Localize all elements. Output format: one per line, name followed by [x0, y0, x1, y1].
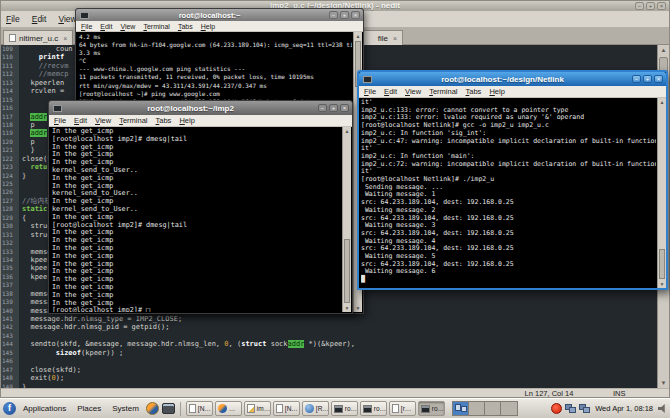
editor-icon: [247, 404, 255, 413]
workspace-3[interactable]: [485, 402, 501, 415]
minimize-icon[interactable]: −: [329, 11, 338, 19]
scroll-down-icon[interactable]: ▼: [658, 280, 666, 288]
code-line-141: 141 message.hdr.nlmsg_type = IMP2_CLOSE;: [1, 315, 657, 323]
menu-item-edit[interactable]: Edit: [74, 116, 87, 125]
volume-icon[interactable]: [658, 404, 667, 413]
menu-item-tabs[interactable]: Tabs: [156, 116, 172, 125]
scroll-up-icon[interactable]: ▲: [343, 127, 351, 135]
terminal-titlebar[interactable]: root@localhost:~ − + ×: [76, 9, 363, 21]
code-line-143: 143: [1, 332, 657, 340]
taskbar-window-button-3[interactable]: im…: [244, 401, 271, 416]
menu-item-help[interactable]: Help: [179, 116, 194, 125]
menu-item-terminal[interactable]: Terminal: [143, 23, 169, 30]
workspace-1[interactable]: [453, 402, 469, 415]
scroll-up-icon[interactable]: ▲: [658, 45, 669, 55]
taskbar-window-button-7[interactable]: ro…: [360, 401, 387, 416]
menu-item-edit[interactable]: Edit: [100, 23, 112, 30]
window-button-label: [N…: [285, 405, 298, 412]
terminal-icon: [80, 12, 89, 19]
menu-item-file[interactable]: File: [6, 14, 20, 24]
scrollbar-thumb[interactable]: [344, 239, 350, 303]
update-alert-icon[interactable]: [551, 403, 562, 414]
taskbar: f Applications Places System [N……im…[N…[…: [0, 398, 670, 418]
terminal-titlebar[interactable]: root@localhost:~/design/Netlink − + ×: [359, 72, 666, 86]
maximize-icon[interactable]: +: [646, 2, 655, 10]
scroll-up-icon[interactable]: ▲: [354, 32, 362, 40]
taskbar-window-button-6[interactable]: ro…: [331, 401, 358, 416]
terminal-window-imp2: root@localhost:~/imp2 − + × FileEditView…: [48, 100, 353, 314]
menu-item-view[interactable]: View: [58, 14, 76, 24]
menu-item-tabs[interactable]: Tabs: [466, 87, 482, 96]
minimize-icon[interactable]: −: [632, 75, 641, 83]
scroll-down-icon[interactable]: ▼: [354, 304, 362, 312]
terminal-icon: [334, 405, 343, 413]
tab-close-icon[interactable]: ×: [63, 35, 67, 42]
scroll-up-icon[interactable]: ▲: [658, 98, 666, 106]
code-line-146: 146: [1, 357, 657, 365]
taskbar-window-button-9[interactable]: ro…: [418, 401, 445, 416]
taskbar-window-button-5[interactable]: [R…: [302, 401, 329, 416]
globe-icon: [305, 404, 314, 413]
menu-item-file[interactable]: File: [81, 23, 92, 30]
menu-item-terminal[interactable]: Terminal: [119, 116, 147, 125]
menu-item-view[interactable]: View: [120, 23, 135, 30]
menu-item-terminal[interactable]: Terminal: [429, 87, 457, 96]
menu-item-help[interactable]: Help: [201, 23, 215, 30]
window-button-label: ro…: [374, 405, 386, 412]
taskbar-window-button-4[interactable]: [N…: [273, 401, 300, 416]
system-tray: Wed Apr 1, 08:18: [551, 403, 667, 414]
close-icon[interactable]: ×: [340, 104, 349, 112]
tab-close-icon[interactable]: ×: [393, 35, 397, 42]
tab-label: nltimer_u.c: [19, 34, 58, 43]
code-line-142: 142 message.hdr.nlmsg_pid = getpid();: [1, 323, 657, 331]
minimize-icon[interactable]: −: [318, 104, 327, 112]
workspace-switcher: [452, 401, 518, 416]
terminal-title: root@localhost:~/imp2: [66, 104, 315, 113]
menu-item-file[interactable]: File: [364, 87, 376, 96]
network-icon[interactable]: [565, 404, 576, 413]
terminal-output[interactable]: In the get_icmp [root@localhost imp2]# d…: [52, 128, 341, 312]
menu-system[interactable]: System: [108, 400, 143, 418]
maximize-icon[interactable]: +: [340, 11, 349, 19]
close-icon[interactable]: ×: [654, 75, 663, 83]
close-icon[interactable]: ×: [351, 11, 360, 19]
terminal-titlebar[interactable]: root@localhost:~/imp2 − + ×: [49, 101, 352, 115]
maximize-icon[interactable]: +: [643, 75, 652, 83]
maximize-icon[interactable]: +: [329, 104, 338, 112]
code-line-144: 144 sendto(skfd, &message, message.hdr.n…: [1, 340, 657, 348]
menu-item-view[interactable]: View: [95, 116, 111, 125]
workspace-2[interactable]: [469, 402, 485, 415]
minimize-icon[interactable]: −: [635, 2, 644, 10]
terminal-scrollbar[interactable]: ▲ ▼: [342, 127, 351, 312]
scrollbar-thumb[interactable]: [659, 249, 665, 279]
taskbar-window-button-2[interactable]: …: [215, 401, 242, 416]
code-line-148: 148 exit(0);: [1, 374, 657, 382]
window-button-label: im…: [257, 405, 270, 412]
terminal-launcher-icon[interactable]: [162, 403, 175, 414]
terminal-output[interactable]: it' imp2_u.c:133: error: cannot convert …: [361, 99, 656, 288]
fedora-logo-icon[interactable]: f: [3, 402, 16, 415]
menu-item-edit[interactable]: Edit: [32, 14, 47, 24]
taskbar-window-button-8[interactable]: [r…: [389, 401, 416, 416]
menu-item-file[interactable]: File: [54, 116, 66, 125]
menu-item-edit[interactable]: Edit: [384, 87, 397, 96]
nedit-statusbar: Ln 127, Col 14 INS: [1, 388, 669, 397]
firefox-launcher-icon[interactable]: [146, 402, 159, 415]
scroll-down-icon[interactable]: ▼: [658, 378, 669, 388]
menu-applications[interactable]: Applications: [19, 400, 70, 418]
terminal-scrollbar[interactable]: ▲ ▼: [657, 98, 666, 288]
menu-item-help[interactable]: Help: [489, 87, 504, 96]
tab-nltimer-u-c[interactable]: nltimer_u.c ×: [3, 30, 73, 45]
scroll-down-icon[interactable]: ▼: [343, 304, 351, 312]
terminal-menubar: FileEditViewTerminalTabsHelp: [76, 21, 363, 32]
menu-places[interactable]: Places: [73, 400, 105, 418]
workspace-4[interactable]: [501, 402, 517, 415]
network-icon[interactable]: [579, 404, 590, 413]
clock[interactable]: Wed Apr 1, 08:18: [593, 404, 655, 413]
terminal-menubar: FileEditViewTerminalTabsHelp: [359, 86, 666, 98]
file-icon: [9, 34, 16, 42]
menu-item-tabs[interactable]: Tabs: [178, 23, 193, 30]
taskbar-window-button-1[interactable]: [N…: [186, 401, 213, 416]
close-icon[interactable]: ×: [657, 2, 666, 10]
menu-item-view[interactable]: View: [405, 87, 421, 96]
